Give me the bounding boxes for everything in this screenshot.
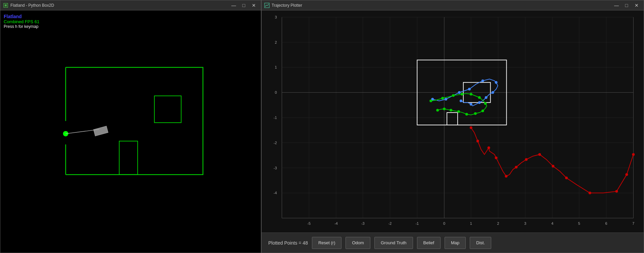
svg-text:-3: -3 xyxy=(274,166,277,170)
svg-point-65 xyxy=(538,153,541,156)
svg-text:-1: -1 xyxy=(274,116,277,120)
left-minimize-button[interactable]: — xyxy=(229,2,238,9)
svg-point-83 xyxy=(429,99,432,102)
svg-point-87 xyxy=(470,93,472,95)
svg-point-90 xyxy=(481,110,484,112)
svg-text:-3: -3 xyxy=(361,221,365,225)
svg-point-73 xyxy=(445,98,447,100)
svg-point-74 xyxy=(458,91,461,94)
svg-text:-4: -4 xyxy=(274,191,277,195)
app-name-label: Flatland xyxy=(4,14,39,19)
svg-point-88 xyxy=(478,96,481,99)
left-info-panel: Flatland Combined FPS 61 Press h for key… xyxy=(4,14,39,29)
svg-point-75 xyxy=(468,88,471,90)
svg-point-69 xyxy=(615,190,618,193)
svg-text:0: 0 xyxy=(275,90,277,94)
fps-label: Combined FPS 61 xyxy=(4,19,39,24)
svg-point-85 xyxy=(452,94,455,97)
svg-point-68 xyxy=(589,192,591,194)
left-titlebar: Flatland - Python Box2D — □ ✕ xyxy=(0,0,261,10)
svg-point-80 xyxy=(478,101,481,104)
svg-point-79 xyxy=(485,96,488,99)
svg-point-81 xyxy=(470,103,472,106)
keymap-hint: Press h for keymap xyxy=(4,24,39,29)
app-icon xyxy=(3,3,8,8)
map-button[interactable]: Map xyxy=(445,237,466,249)
svg-text:3: 3 xyxy=(275,15,277,19)
left-maximize-button[interactable]: □ xyxy=(239,2,248,9)
svg-text:-1: -1 xyxy=(415,221,419,225)
right-window: Trajectory Plotter — □ ✕ xyxy=(261,0,644,253)
svg-text:7: 7 xyxy=(632,221,634,225)
svg-point-66 xyxy=(552,165,554,168)
right-minimize-button[interactable]: — xyxy=(612,2,621,9)
left-window-title: Flatland - Python Box2D xyxy=(10,3,54,8)
right-close-button[interactable]: ✕ xyxy=(632,2,641,9)
svg-point-76 xyxy=(481,79,484,82)
svg-text:5: 5 xyxy=(578,221,580,225)
right-window-title: Trajectory Plotter xyxy=(272,3,302,8)
trajectory-svg: -5 -4 -3 -2 -1 0 1 2 3 4 5 6 7 3 2 1 0 -… xyxy=(262,10,644,233)
left-window: Flatland - Python Box2D — □ ✕ Flatland C… xyxy=(0,0,261,253)
right-window-controls: — □ ✕ xyxy=(612,2,641,9)
svg-point-67 xyxy=(565,177,568,179)
svg-text:0: 0 xyxy=(443,221,445,225)
svg-text:4: 4 xyxy=(551,221,553,225)
svg-point-70 xyxy=(625,173,628,176)
left-window-controls: — □ ✕ xyxy=(229,2,258,9)
svg-point-71 xyxy=(632,153,635,156)
svg-point-60 xyxy=(488,146,490,149)
svg-point-59 xyxy=(476,140,479,142)
svg-point-86 xyxy=(461,93,463,95)
svg-point-58 xyxy=(470,126,472,129)
svg-text:-2: -2 xyxy=(388,221,392,225)
reset-button[interactable]: Reset (r) xyxy=(312,237,342,249)
svg-point-92 xyxy=(465,113,468,116)
svg-text:-2: -2 xyxy=(274,141,277,145)
svg-text:-4: -4 xyxy=(334,221,338,225)
svg-rect-1 xyxy=(5,4,7,6)
svg-point-93 xyxy=(457,110,460,113)
plotter-icon xyxy=(264,3,270,8)
belief-button[interactable]: Belief xyxy=(417,237,441,249)
environment-svg xyxy=(0,10,261,253)
ground-truth-button[interactable]: Ground Truth xyxy=(374,237,413,249)
svg-text:2: 2 xyxy=(497,221,499,225)
left-close-button[interactable]: ✕ xyxy=(249,2,258,9)
svg-rect-5 xyxy=(119,141,138,175)
plotted-points-label: Plotted Points = 48 xyxy=(268,240,308,246)
left-titlebar-left: Flatland - Python Box2D xyxy=(3,3,54,8)
svg-point-89 xyxy=(484,102,487,105)
svg-text:-5: -5 xyxy=(307,221,311,225)
svg-point-96 xyxy=(436,109,439,112)
svg-rect-4 xyxy=(154,96,181,123)
svg-rect-6 xyxy=(93,126,108,136)
svg-text:1: 1 xyxy=(470,221,472,225)
bottom-bar: Plotted Points = 48 Reset (r) Odom Groun… xyxy=(262,233,644,253)
svg-point-91 xyxy=(474,112,477,115)
svg-text:2: 2 xyxy=(275,40,277,44)
svg-text:6: 6 xyxy=(605,221,607,225)
odom-button[interactable]: Odom xyxy=(346,237,370,249)
plot-area: -5 -4 -3 -2 -1 0 1 2 3 4 5 6 7 3 2 1 0 -… xyxy=(262,10,644,233)
svg-point-94 xyxy=(450,109,452,112)
svg-text:3: 3 xyxy=(524,221,526,225)
svg-text:1: 1 xyxy=(275,65,277,69)
svg-point-62 xyxy=(505,175,508,178)
svg-point-61 xyxy=(495,157,498,159)
right-titlebar-left: Trajectory Plotter xyxy=(264,3,302,8)
svg-point-63 xyxy=(515,166,517,169)
right-titlebar: Trajectory Plotter — □ ✕ xyxy=(262,0,644,10)
dist-button[interactable]: Dist. xyxy=(470,237,491,249)
left-canvas: Flatland Combined FPS 61 Press h for key… xyxy=(0,10,261,253)
svg-point-84 xyxy=(441,97,444,99)
right-maximize-button[interactable]: □ xyxy=(622,2,631,9)
svg-point-77 xyxy=(495,81,498,84)
svg-point-78 xyxy=(492,91,494,94)
svg-rect-10 xyxy=(262,10,644,233)
svg-point-95 xyxy=(443,108,446,110)
svg-point-82 xyxy=(460,99,462,102)
svg-point-64 xyxy=(525,158,527,161)
